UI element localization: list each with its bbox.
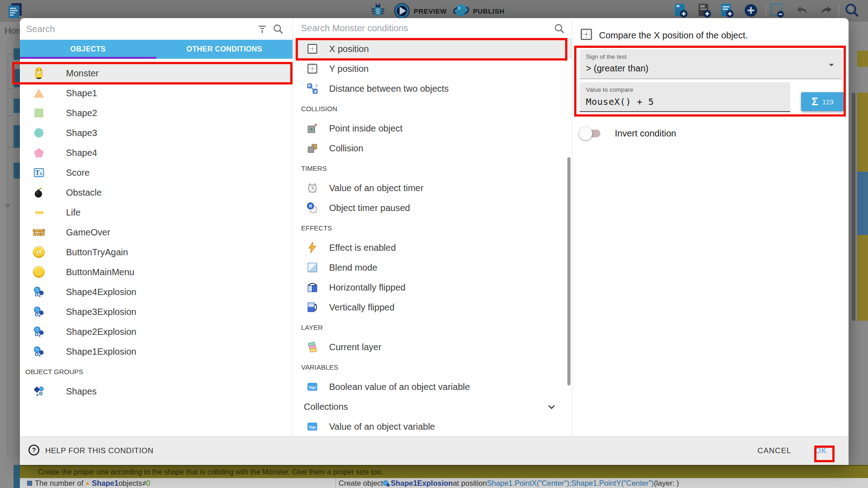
invert-toggle[interactable] (582, 130, 600, 137)
object-item-shape2[interactable]: Shape2 (20, 103, 292, 123)
choose-events-icon[interactable] (769, 2, 786, 19)
condition-search-input[interactable] (301, 23, 551, 33)
condition-item-value-of-an-object-variable[interactable]: VarValue of an object variable (293, 417, 572, 436)
redo-icon[interactable] (818, 3, 834, 19)
sign-of-test-select[interactable]: Sign of the test > (greater than) (580, 49, 842, 79)
object-list: MonsterShape1Shape2Shape3Shape4TxScoreOb… (20, 59, 292, 401)
condition-section-timers: TIMERS (293, 158, 572, 178)
condition-item-horizontally-flipped[interactable]: Horizontally flipped (293, 277, 572, 297)
object-item-shape3explosion[interactable]: Shape3Explosion (20, 302, 292, 322)
condition-list: X positionY position?Distance between tw… (293, 39, 572, 436)
search-icon[interactable] (551, 23, 567, 34)
toolbar-separator (839, 4, 839, 18)
condition-item-label: Boolean value of an object variable (329, 382, 470, 392)
tab-other-conditions[interactable]: OTHER CONDITIONS (156, 40, 293, 59)
object-item-shape1[interactable]: Shape1 (20, 83, 292, 103)
filter-icon[interactable] (255, 23, 270, 34)
explosion-particles-icon (29, 286, 49, 298)
value-to-compare-value: MouseX() + 5 (586, 96, 654, 107)
condition-item-vertically-flipped[interactable]: Vertically flipped (293, 297, 572, 317)
object-item-monster[interactable]: Monster (20, 63, 292, 83)
condition-item-x-position[interactable]: X position (293, 39, 572, 59)
object-item-score[interactable]: TxScore (20, 163, 292, 183)
svg-text:Var: Var (309, 385, 316, 390)
variable-icon: Var (302, 381, 323, 393)
condition-item-label: X position (329, 44, 369, 54)
value-to-compare-field[interactable]: Value to compare MouseX() + 5 (580, 82, 790, 112)
game-over-icon: GAMEOVER (29, 229, 49, 236)
event-conditions-cell[interactable]: The number of ▲ Shape1 objects ≠ 0 (20, 478, 335, 488)
add-subevent-icon[interactable] (696, 2, 712, 19)
event-row[interactable]: The number of ▲ Shape1 objects ≠ 0 Creat… (20, 478, 868, 488)
object-item-shape3[interactable]: Shape3 (20, 123, 292, 143)
object-item-shape4[interactable]: Shape4 (20, 143, 292, 163)
triangle-shape-icon (29, 87, 49, 99)
condition-text: The number of (35, 478, 83, 488)
publish-button[interactable]: PUBLISH (473, 7, 505, 15)
point-inside-icon (302, 122, 323, 134)
object-item-shape2explosion[interactable]: Shape2Explosion (20, 322, 292, 342)
ok-button[interactable]: OK (815, 446, 827, 455)
condition-item-current-layer[interactable]: Current layer (293, 337, 572, 357)
distance-icon: ? (302, 83, 323, 94)
condition-item-label: Point inside object (329, 123, 402, 134)
condition-item-blend-mode[interactable]: Blend mode (293, 258, 572, 277)
comment-row[interactable]: Create the proper one according to the s… (20, 465, 868, 478)
condition-chooser-panel: X positionY position?Distance between tw… (292, 18, 572, 436)
add-comment-icon[interactable] (719, 2, 735, 19)
sign-of-test-label: Sign of the test (586, 53, 627, 60)
condition-item-point-inside-object[interactable]: Point inside object (293, 118, 572, 138)
event-actions-cell[interactable]: Create object Shape1Explosion at positio… (335, 478, 868, 488)
condition-item-y-position[interactable]: Y position (293, 59, 572, 79)
publish-globe-icon[interactable] (452, 2, 470, 20)
condition-item-collision[interactable]: Collision (293, 138, 572, 158)
condition-item-label: Blend mode (329, 263, 377, 273)
object-item-obstacle[interactable]: Obstacle (20, 183, 292, 202)
search-events-icon[interactable] (844, 2, 861, 19)
add-new-event-icon[interactable] (743, 2, 759, 19)
object-item-shape1explosion[interactable]: Shape1Explosion (20, 342, 292, 361)
expression-editor-button[interactable]: Σ 123 (801, 92, 844, 111)
object-item-shape4explosion[interactable]: Shape4Explosion (20, 282, 292, 302)
events-scrollbar[interactable] (852, 93, 855, 321)
object-item-label: GameOver (66, 227, 110, 238)
object-item-label: Shape1Explosion (66, 347, 137, 357)
add-event-icon[interactable] (673, 2, 689, 19)
chevron-down-icon[interactable] (826, 60, 836, 72)
preview-play-icon[interactable] (393, 2, 410, 19)
tab-objects[interactable]: OBJECTS (20, 40, 156, 59)
object-item-label: Shape4Explosion (66, 287, 137, 297)
condition-item-distance-between-two-objects[interactable]: ?Distance between two objects (293, 79, 572, 99)
object-item-buttontryagain[interactable]: ↺ButtonTryAgain (20, 242, 292, 262)
action-text: (layer: ) (654, 478, 679, 488)
object-item-life[interactable]: ♥♥♥Life (20, 202, 292, 222)
object-item-shapes[interactable]: Shapes (20, 381, 292, 401)
undo-icon[interactable] (794, 3, 811, 19)
preview-button[interactable]: PREVIEW (414, 7, 447, 15)
button-try-again-icon: ↺ (29, 246, 49, 258)
collections-accordion[interactable]: Collections (293, 397, 572, 417)
condition-bullet-icon (27, 481, 32, 486)
debugger-icon[interactable] (370, 3, 386, 19)
search-icon[interactable] (270, 23, 286, 35)
object-item-buttonmainmenu[interactable]: ⌂ButtonMainMenu (20, 262, 292, 282)
condition-item-value-of-an-object-timer[interactable]: Value of an object timer (293, 178, 572, 198)
help-button[interactable]: ? HELP FOR THIS CONDITION (28, 444, 153, 458)
pentagon-shape-icon (29, 147, 49, 159)
condition-description: Compare the X position of the object. (599, 30, 748, 41)
condition-section-collision: COLLISION (293, 99, 572, 118)
condition-item-object-timer-paused[interactable]: Object timer paused (293, 198, 572, 218)
event-connector-stub (8, 116, 14, 116)
event-connector-line (8, 54, 8, 455)
events-sheet-icon[interactable] (6, 2, 24, 20)
event-block (14, 48, 20, 60)
explosion-mini-icon (383, 480, 388, 486)
object-item-gameover[interactable]: GAMEOVERGameOver (20, 222, 292, 242)
condition-item-boolean-value-of-an-object-variable[interactable]: VarBoolean value of an object variable (293, 377, 572, 397)
condition-item-label: Distance between two objects (329, 84, 449, 94)
cancel-button[interactable]: CANCEL (757, 446, 791, 455)
conditions-scrollbar[interactable] (567, 157, 571, 385)
condition-item-effect-is-enabled[interactable]: Effect is enabled (293, 238, 572, 258)
object-search-input[interactable] (26, 24, 255, 34)
condition-value: 0 (146, 478, 150, 488)
